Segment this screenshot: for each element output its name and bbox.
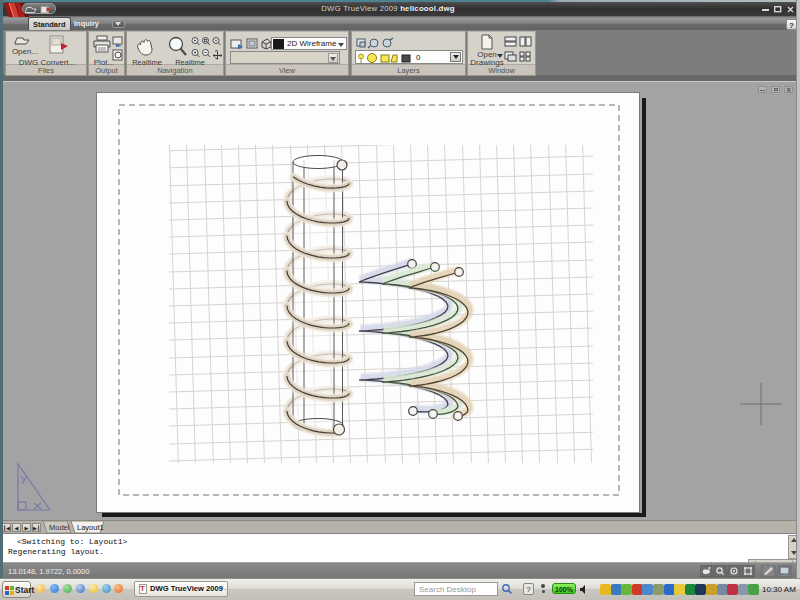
svg-text:Layout1: Layout1 [77,523,104,532]
svg-text:Model: Model [49,523,70,532]
